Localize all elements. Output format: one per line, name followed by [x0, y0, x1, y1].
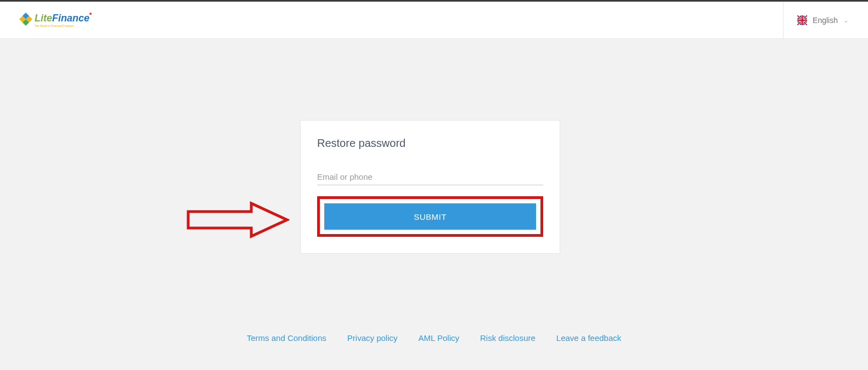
- submit-button[interactable]: SUBMIT: [324, 203, 536, 230]
- svg-text:The World of Financial Freedom: The World of Financial Freedom: [35, 24, 74, 27]
- annotation-highlight-box: SUBMIT: [317, 196, 543, 237]
- language-label: English: [813, 16, 838, 25]
- footer-links: Terms and Conditions Privacy policy AML …: [0, 333, 868, 343]
- restore-password-card: Restore password SUBMIT: [300, 120, 560, 254]
- annotation-arrow-icon: [185, 201, 290, 239]
- chevron-down-icon: ⌄: [843, 16, 849, 24]
- email-or-phone-input[interactable]: [317, 169, 543, 185]
- footer-link-aml[interactable]: AML Policy: [419, 333, 459, 343]
- footer-link-privacy[interactable]: Privacy policy: [347, 333, 398, 343]
- footer-link-risk[interactable]: Risk disclosure: [480, 333, 536, 343]
- footer-link-feedback[interactable]: Leave a feedback: [556, 333, 621, 343]
- svg-point-5: [89, 13, 92, 15]
- main-content: Restore password SUBMIT Terms and Condit…: [0, 39, 868, 346]
- language-selector[interactable]: English ⌄: [783, 2, 849, 39]
- svg-text:LiteFinance: LiteFinance: [35, 13, 89, 24]
- footer-link-terms[interactable]: Terms and Conditions: [247, 333, 326, 343]
- uk-flag-icon: [797, 15, 807, 25]
- logo-icon: LiteFinance The World of Financial Freed…: [19, 9, 96, 31]
- header: LiteFinance The World of Financial Freed…: [0, 2, 868, 39]
- logo[interactable]: LiteFinance The World of Financial Freed…: [19, 9, 96, 31]
- card-title: Restore password: [317, 137, 543, 150]
